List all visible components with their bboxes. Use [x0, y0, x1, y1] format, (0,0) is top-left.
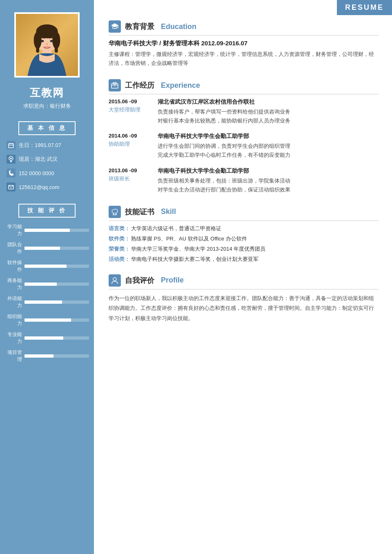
sidebar: 互教网 求职意向：银行财务 基 本 信 息 生日：1991.07.07 [0, 0, 94, 554]
work-entry-0: 2015.06 -09 大堂经理助理 湖北省武汉市江岸区农村信用合作联社 负责接… [109, 98, 379, 125]
email-icon [7, 182, 16, 191]
education-icon [109, 20, 121, 33]
skill-label-study: 学习能力 [5, 223, 22, 237]
info-phone: 152 0000 0000 [7, 169, 87, 178]
resume-badge: RESUME [337, 0, 392, 15]
skill-entry-activity: 活动类： 华南电子科技大学摄影大赛二等奖，创业计划大赛亚军 [109, 256, 379, 263]
skill-label-team: 团队合作 [5, 241, 22, 255]
main-content: 教育背景 Education 华南电子科技大学 / 财务管理本科 2012.09… [94, 0, 392, 554]
work-left-2: 2013.06 -09 班级班长 [109, 167, 149, 194]
svg-rect-8 [55, 37, 58, 53]
skill-row-study: 学习能力 [5, 223, 89, 237]
person-name: 互教网 [23, 86, 71, 100]
info-email: 125612@qq.com [7, 182, 87, 191]
skill-bar-language-fill [24, 300, 62, 304]
skill-cat-activity: 活动类： [109, 256, 131, 263]
skill-bar-pm-bg [24, 354, 89, 358]
skill-entry-software: 软件类： 熟练掌握 PS、PR、AU 软件以及 Office 办公软件 [109, 235, 379, 243]
experience-header: 工作经历 Experience [109, 79, 379, 94]
skill-row-organize: 组织能力 [5, 313, 89, 327]
skill-bar-study-bg [24, 229, 89, 232]
skill-bar-organize-bg [24, 318, 89, 322]
skill-bar-language-bg [24, 300, 89, 304]
skill-bar-business-bg [24, 283, 89, 286]
phone-text: 152 0000 0000 [19, 170, 54, 176]
skill-content-software: 熟练掌握 PS、PR、AU 软件以及 Office 办公软件 [131, 235, 379, 243]
skill-eval-title: 技 能 评 价 [18, 204, 76, 218]
work-role-0: 大堂经理助理 [109, 106, 149, 113]
work-right-2: 华南电子科技大学学生会勤工助学部 负责班级相关事务处理，包括：班级出游，学院集体… [158, 167, 379, 194]
birthday-text: 生日：1991.07.07 [19, 142, 61, 149]
work-role-2: 班级班长 [109, 175, 149, 182]
work-left-0: 2015.06 -09 大堂经理助理 [109, 98, 149, 125]
svg-rect-7 [36, 37, 39, 53]
skill-bar-professional-bg [24, 336, 89, 340]
skill-bar-team-fill [24, 247, 60, 250]
work-entry-1: 2014.06 -09 协助助理 华南电子科技大学学生会勤工助学部 进行学生会部… [109, 133, 379, 160]
skill-section: 技能证书 Skill 语言类： 大学英语六级证书，普通话二甲资格证 软件类： 熟… [109, 206, 379, 263]
skill-entry-language: 语言类： 大学英语六级证书，普通话二甲资格证 [109, 225, 379, 232]
profile-icon [109, 274, 121, 287]
education-title-zh: 教育背景 [125, 22, 154, 31]
education-section: 教育背景 Education 华南电子科技大学 / 财务管理本科 2012.09… [109, 20, 379, 68]
experience-section: 工作经历 Experience 2015.06 -09 大堂经理助理 湖北省武汉… [109, 79, 379, 194]
svg-rect-12 [9, 144, 13, 148]
skill-label-software: 软件操作 [5, 259, 22, 273]
work-left-1: 2014.06 -09 协助助理 [109, 133, 149, 160]
resume-page: RESUME [0, 0, 392, 554]
svg-point-29 [113, 278, 116, 281]
skill-bar-software-bg [24, 265, 89, 268]
work-desc-1: 进行学生会部门间的协调，负责对学生会内部的组织管理完成大学勤工助学中心临时工作任… [158, 142, 379, 160]
work-right-1: 华南电子科技大学学生会勤工助学部 进行学生会部门间的协调，负责对学生会内部的组织… [158, 133, 379, 160]
svg-point-10 [50, 40, 53, 42]
work-right-0: 湖北省武汉市江岸区农村信用合作联社 负责接待客户，帮客户填写一些资料给他们提供咨… [158, 98, 379, 125]
skill-row-team: 团队合作 [5, 241, 89, 255]
info-birthday: 生日：1991.07.07 [7, 141, 87, 150]
skill-label-pm: 项目管理 [5, 349, 22, 363]
work-company-2: 华南电子科技大学学生会勤工助学部 [158, 167, 379, 175]
skill-content-honor: 华南大学三等奖学金、华南大学 2013-2014 年度优秀团员 [131, 245, 379, 253]
info-location: 现居：湖北·武汉 [7, 155, 87, 164]
experience-icon [109, 79, 121, 91]
work-date-2: 2013.06 -09 [109, 167, 149, 174]
skill-cat-language: 语言类： [109, 225, 131, 232]
work-company-1: 华南电子科技大学学生会勤工助学部 [158, 133, 379, 140]
skill-bar-professional-fill [24, 336, 63, 340]
work-entry-2: 2013.06 -09 班级班长 华南电子科技大学学生会勤工助学部 负责班级相关… [109, 167, 379, 194]
skill-bar-organize-fill [24, 318, 71, 322]
profile-text: 作为一位的职场新人，我以积极主动的工作态度来迎接工作。团队配合能力：善于沟通，具… [109, 294, 379, 324]
skill-ratings: 学习能力 团队合作 软件操作 商务能力 [0, 223, 94, 367]
name-section: 互教网 求职意向：银行财务 [23, 86, 71, 110]
skill-title-en: Skill [161, 207, 176, 216]
birthday-icon [7, 141, 16, 150]
experience-title-zh: 工作经历 [125, 80, 154, 90]
svg-point-11 [46, 43, 48, 45]
skill-row-pm: 项目管理 [5, 349, 89, 363]
skill-title-zh: 技能证书 [125, 207, 154, 217]
location-text: 现居：湖北·武汉 [19, 156, 58, 163]
svg-point-17 [10, 158, 12, 159]
work-desc-2: 负责班级相关事务处理，包括：班级出游，学院集体活动对学生会主办活动进行部门配合协… [158, 176, 379, 194]
skill-row-software: 软件操作 [5, 259, 89, 273]
education-title-en: Education [161, 22, 196, 31]
skill-label-organize: 组织能力 [5, 313, 22, 327]
skill-bar-business-fill [24, 283, 57, 286]
svg-rect-22 [113, 82, 116, 84]
work-date-0: 2015.06 -09 [109, 98, 149, 105]
skill-label-language: 外语能力 [5, 295, 22, 309]
skill-content-language: 大学英语六级证书，普通话二甲资格证 [131, 225, 379, 232]
email-text: 125612@qq.com [19, 184, 59, 190]
skill-label-professional: 专业能力 [5, 331, 22, 345]
skill-content-activity: 华南电子科技大学摄影大赛二等奖，创业计划大赛亚军 [131, 256, 379, 263]
skill-bar-study-fill [24, 229, 70, 232]
skill-entry-honor: 荣誉类： 华南大学三等奖学金、华南大学 2013-2014 年度优秀团员 [109, 245, 379, 253]
skill-bar-pm-fill [24, 354, 53, 358]
education-header: 教育背景 Education [109, 20, 379, 36]
info-list: 生日：1991.07.07 现居：湖北·武汉 1 [0, 141, 94, 196]
job-intent: 求职意向：银行财务 [23, 102, 71, 110]
profile-title-zh: 自我评价 [125, 276, 154, 285]
skill-row-business: 商务能力 [5, 277, 89, 291]
profile-photo [14, 12, 80, 78]
skill-header: 技能证书 Skill [109, 206, 379, 221]
education-entry: 华南电子科技大学 / 财务管理本科 2012.09-2016.07 主修课程：管… [109, 40, 379, 68]
